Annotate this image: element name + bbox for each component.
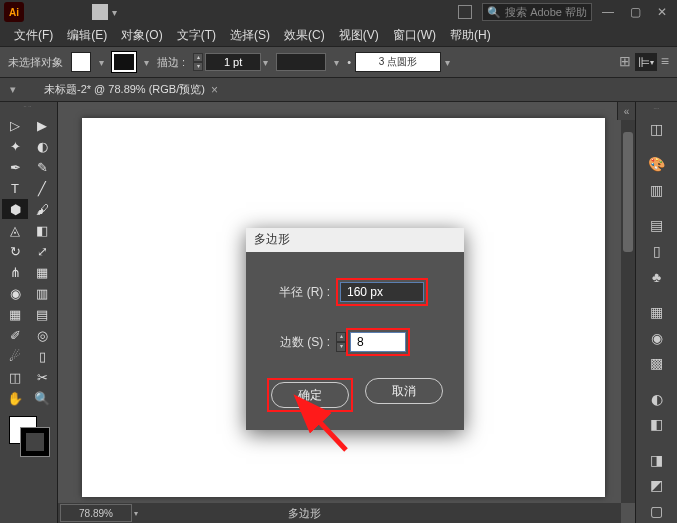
- toolbox: ¨¨ ▷▶ ✦◐ ✒✎ T╱ ⬢🖌 ◬◧ ↻⤢ ⋔▦ ◉▥ ▦▤ ✐◎ ☄▯ ◫…: [0, 102, 58, 523]
- sides-input[interactable]: 8: [350, 332, 406, 352]
- chevron-down-icon[interactable]: ▾: [99, 57, 104, 68]
- transparency-panel-icon[interactable]: ▩: [643, 352, 671, 376]
- blend-tool[interactable]: ◎: [29, 325, 55, 345]
- chevron-down-icon[interactable]: ▾: [334, 57, 339, 68]
- curvature-tool[interactable]: ✎: [29, 157, 55, 177]
- document-tab[interactable]: 未标题-2* @ 78.89% (RGB/预览): [44, 82, 205, 97]
- chevron-down-icon: ▾: [112, 7, 117, 18]
- workspace-switcher[interactable]: ▾: [92, 4, 117, 20]
- document-tabs: ▾ 未标题-2* @ 78.89% (RGB/预览) ×: [0, 78, 677, 102]
- stroke-panel-icon[interactable]: ▦: [643, 300, 671, 324]
- color-panel-icon[interactable]: 🎨: [643, 152, 671, 176]
- zoom-level[interactable]: 78.89%: [60, 504, 132, 522]
- pen-tool[interactable]: ✒: [2, 157, 28, 177]
- profile-dropdown[interactable]: [276, 53, 326, 71]
- slice-tool[interactable]: ✂: [29, 367, 55, 387]
- share-icon[interactable]: [458, 5, 472, 19]
- opacity-icon[interactable]: ⊞: [619, 53, 631, 71]
- graphic-styles-panel-icon[interactable]: ◧: [643, 413, 671, 437]
- appearance-panel-icon[interactable]: ◐: [643, 387, 671, 411]
- symbols-panel-icon[interactable]: ♣: [643, 265, 671, 289]
- chevron-down-icon[interactable]: ▾: [144, 57, 149, 68]
- radius-input[interactable]: 160 px: [340, 282, 424, 302]
- weight-input[interactable]: 1 pt: [205, 53, 261, 71]
- menu-file[interactable]: 文件(F): [8, 25, 59, 46]
- stroke-swatch[interactable]: [112, 52, 136, 72]
- menu-window[interactable]: 窗口(W): [387, 25, 442, 46]
- layers-panel-icon[interactable]: ◨: [643, 448, 671, 472]
- fill-stroke-control[interactable]: [9, 416, 49, 456]
- maximize-button[interactable]: ▢: [624, 5, 647, 19]
- magic-wand-tool[interactable]: ✦: [2, 136, 28, 156]
- symbol-sprayer-tool[interactable]: ☄: [2, 346, 28, 366]
- free-transform-tool[interactable]: ▦: [29, 262, 55, 282]
- artboard-tool[interactable]: ◫: [2, 367, 28, 387]
- asset-export-panel-icon[interactable]: ◩: [643, 474, 671, 498]
- right-panels: ¨¨ ◫ 🎨 ▥ ▤ ▯ ♣ ▦ ◉ ▩ ◐ ◧ ◨ ◩ ▢: [635, 102, 677, 523]
- search-input[interactable]: 🔍 搜索 Adobe 帮助: [482, 3, 592, 21]
- menu-help[interactable]: 帮助(H): [444, 25, 497, 46]
- menu-select[interactable]: 选择(S): [224, 25, 276, 46]
- chevron-down-icon[interactable]: ▾: [263, 57, 268, 68]
- chevron-down-icon[interactable]: ▾: [134, 509, 138, 518]
- shape-builder-tool[interactable]: ◉: [2, 283, 28, 303]
- step-down-icon[interactable]: ▾: [336, 342, 346, 352]
- dialog-buttons: 确定 取消: [264, 378, 446, 412]
- stroke-label: 描边 :: [157, 55, 185, 70]
- step-up-icon[interactable]: ▴: [336, 332, 346, 342]
- properties-panel-icon[interactable]: ◫: [643, 117, 671, 141]
- close-tab-icon[interactable]: ×: [211, 83, 218, 97]
- paintbrush-tool[interactable]: 🖌: [29, 199, 55, 219]
- menu-object[interactable]: 对象(O): [115, 25, 168, 46]
- line-tool[interactable]: ╱: [29, 178, 55, 198]
- drag-handle-icon[interactable]: ¨¨: [654, 106, 659, 115]
- hand-tool[interactable]: ✋: [2, 388, 28, 408]
- app-icon: Ai: [4, 2, 24, 22]
- menu-edit[interactable]: 编辑(E): [61, 25, 113, 46]
- zoom-tool[interactable]: 🔍: [29, 388, 55, 408]
- selection-tool[interactable]: ▷: [2, 115, 28, 135]
- stroke-box[interactable]: [21, 428, 49, 456]
- lasso-tool[interactable]: ◐: [29, 136, 55, 156]
- width-tool[interactable]: ⋔: [2, 262, 28, 282]
- eraser-tool[interactable]: ◧: [29, 220, 55, 240]
- fill-swatch[interactable]: [71, 52, 91, 72]
- eyedropper-tool[interactable]: ✐: [2, 325, 28, 345]
- collapse-panels-icon[interactable]: «: [617, 102, 635, 120]
- mesh-tool[interactable]: ▦: [2, 304, 28, 324]
- weight-stepper[interactable]: ▴▾: [193, 53, 203, 71]
- stroke-weight: ▴▾ 1 pt ▾: [193, 53, 268, 71]
- cancel-button[interactable]: 取消: [365, 378, 443, 404]
- graph-tool[interactable]: ▯: [29, 346, 55, 366]
- polygon-tool[interactable]: ⬢: [2, 199, 28, 219]
- color-guide-panel-icon[interactable]: ▥: [643, 178, 671, 202]
- scale-tool[interactable]: ⤢: [29, 241, 55, 261]
- menu-effect[interactable]: 效果(C): [278, 25, 331, 46]
- menu-icon[interactable]: ≡: [661, 53, 669, 71]
- artboards-panel-icon[interactable]: ▢: [643, 499, 671, 523]
- step-down-icon[interactable]: ▾: [193, 62, 203, 71]
- type-tool[interactable]: T: [2, 178, 28, 198]
- close-button[interactable]: ✕: [651, 5, 673, 19]
- gradient-panel-icon[interactable]: ◉: [643, 326, 671, 350]
- perspective-tool[interactable]: ▥: [29, 283, 55, 303]
- step-up-icon[interactable]: ▴: [193, 53, 203, 62]
- direct-selection-tool[interactable]: ▶: [29, 115, 55, 135]
- menu-view[interactable]: 视图(V): [333, 25, 385, 46]
- gradient-tool[interactable]: ▤: [29, 304, 55, 324]
- swatches-panel-icon[interactable]: ▤: [643, 214, 671, 238]
- scroll-thumb[interactable]: [623, 132, 633, 252]
- brush-style[interactable]: • 3 点圆形 ▾: [347, 52, 450, 72]
- shaper-tool[interactable]: ◬: [2, 220, 28, 240]
- ok-button[interactable]: 确定: [271, 382, 349, 408]
- sides-stepper[interactable]: ▴▾: [336, 332, 346, 352]
- rotate-tool[interactable]: ↻: [2, 241, 28, 261]
- vertical-scrollbar[interactable]: [621, 102, 635, 503]
- menu-type[interactable]: 文字(T): [171, 25, 222, 46]
- align-menu[interactable]: ⊫▾: [635, 53, 657, 71]
- workspace-icon: [92, 4, 108, 20]
- drag-handle-icon[interactable]: ¨¨: [24, 104, 33, 113]
- home-icon[interactable]: ▾: [10, 83, 16, 96]
- brushes-panel-icon[interactable]: ▯: [643, 239, 671, 263]
- minimize-button[interactable]: —: [596, 5, 620, 19]
